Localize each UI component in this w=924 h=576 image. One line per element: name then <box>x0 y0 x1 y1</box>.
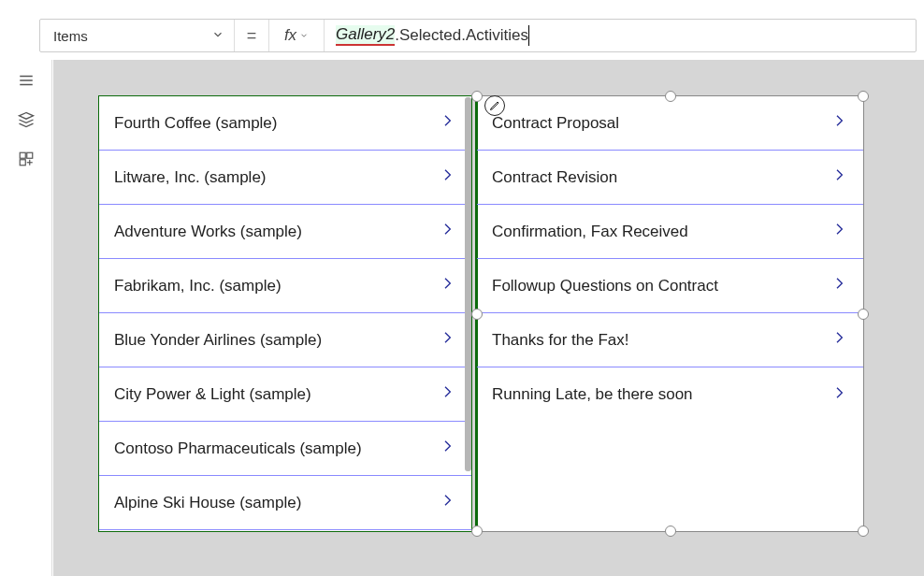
list-item[interactable]: Fabrikam, Inc. (sample) <box>99 259 471 313</box>
chevron-right-icon[interactable] <box>440 327 455 353</box>
list-item-label: Litware, Inc. (sample) <box>114 168 267 187</box>
svg-rect-3 <box>20 152 25 158</box>
list-item-label: Followup Questions on Contract <box>492 277 718 295</box>
list-item-label: Running Late, be there soon <box>492 385 693 404</box>
chevron-right-icon[interactable] <box>440 436 455 461</box>
list-item[interactable]: Thanks for the Fax! <box>477 313 863 367</box>
list-item[interactable]: Blue Yonder Airlines (sample) <box>99 313 471 367</box>
chevron-right-icon[interactable] <box>440 490 455 515</box>
text-caret <box>528 25 529 46</box>
list-item[interactable]: Fourth Coffee (sample) <box>99 96 471 151</box>
chevron-down-icon <box>211 28 224 44</box>
chevron-down-icon <box>299 31 309 40</box>
list-item-label: Adventure Works (sample) <box>114 223 302 241</box>
tree-view-icon[interactable] <box>17 71 36 90</box>
list-item[interactable]: Contoso Pharmaceuticals (sample) <box>99 422 471 476</box>
property-dropdown[interactable]: Items <box>40 20 235 51</box>
list-item[interactable]: Confirmation, Fax Received <box>477 205 863 259</box>
list-item-label: Fabrikam, Inc. (sample) <box>114 277 282 295</box>
list-item-label: Contract Revision <box>492 168 617 187</box>
list-item-label: Blue Yonder Airlines (sample) <box>114 331 322 350</box>
data-icon[interactable] <box>17 110 36 129</box>
list-item-label: Fourth Coffee (sample) <box>114 114 277 133</box>
resize-handle[interactable] <box>858 309 869 320</box>
chevron-right-icon[interactable] <box>440 165 455 190</box>
resize-handle[interactable] <box>471 91 483 102</box>
resize-handle[interactable] <box>858 526 869 537</box>
chevron-right-icon[interactable] <box>831 273 846 298</box>
fx-label: fx <box>284 26 296 45</box>
list-item[interactable]: Contract Proposal <box>477 96 863 151</box>
resize-handle[interactable] <box>471 526 483 537</box>
formula-bar: Items = fx Gallery2.Selected.Activities <box>39 19 917 52</box>
list-item-label: Confirmation, Fax Received <box>492 223 688 241</box>
resize-handle[interactable] <box>858 91 869 102</box>
list-item-label: Contract Proposal <box>492 114 619 133</box>
list-item[interactable]: City Power & Light (sample) <box>99 367 471 422</box>
list-item[interactable]: Alpine Ski House (sample) <box>99 476 471 530</box>
list-item-label: City Power & Light (sample) <box>114 385 311 404</box>
scrollbar-thumb[interactable] <box>465 97 471 471</box>
resize-handle[interactable] <box>665 526 676 537</box>
chevron-right-icon[interactable] <box>440 219 455 244</box>
list-item[interactable]: Followup Questions on Contract <box>477 259 863 313</box>
edit-pencil-icon[interactable] <box>484 95 505 116</box>
chevron-right-icon[interactable] <box>831 165 846 190</box>
svg-rect-4 <box>26 152 32 158</box>
insert-icon[interactable] <box>17 150 36 168</box>
formula-token-rest: .Selected.Activities <box>395 26 528 45</box>
list-item[interactable]: Running Late, be there soon <box>477 367 863 422</box>
list-item-label: Contoso Pharmaceuticals (sample) <box>114 439 362 458</box>
canvas[interactable]: Fourth Coffee (sample) Litware, Inc. (sa… <box>53 60 924 576</box>
chevron-right-icon[interactable] <box>831 219 846 244</box>
chevron-right-icon[interactable] <box>831 327 846 353</box>
formula-token-highlight: Gallery2 <box>336 25 395 46</box>
gallery-accounts[interactable]: Fourth Coffee (sample) Litware, Inc. (sa… <box>98 95 472 532</box>
chevron-right-icon[interactable] <box>831 382 846 408</box>
svg-rect-5 <box>20 160 25 166</box>
chevron-right-icon[interactable] <box>440 273 455 298</box>
resize-handle[interactable] <box>665 91 676 102</box>
fx-button[interactable]: fx <box>268 20 325 51</box>
chevron-right-icon[interactable] <box>440 110 455 136</box>
resize-handle[interactable] <box>471 309 483 320</box>
list-item[interactable]: Litware, Inc. (sample) <box>99 151 471 205</box>
list-item-label: Thanks for the Fax! <box>492 331 628 350</box>
chevron-right-icon[interactable] <box>831 110 846 136</box>
gallery-activities[interactable]: Contract Proposal Contract Revision Conf… <box>476 95 864 532</box>
property-name: Items <box>53 28 88 44</box>
list-item[interactable]: Adventure Works (sample) <box>99 205 471 259</box>
chevron-right-icon[interactable] <box>440 382 455 407</box>
formula-input[interactable]: Gallery2.Selected.Activities <box>325 20 916 51</box>
equals-label: = <box>235 20 268 51</box>
left-rail <box>0 60 52 576</box>
list-item[interactable]: Contract Revision <box>477 151 863 205</box>
list-item-label: Alpine Ski House (sample) <box>114 494 301 512</box>
